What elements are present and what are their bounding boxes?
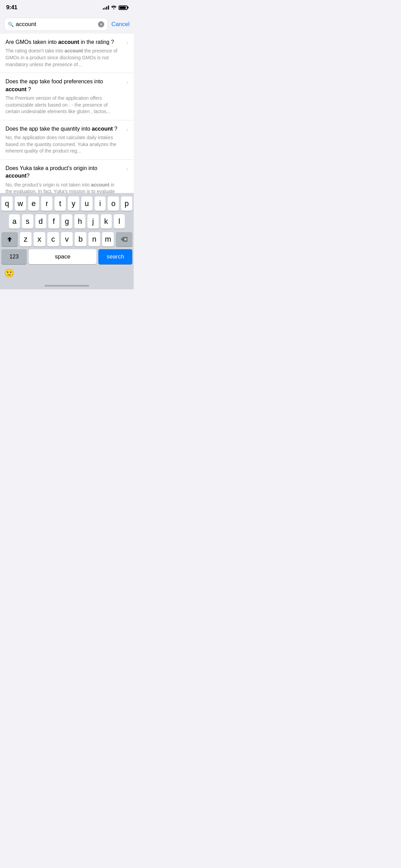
key-j[interactable]: j bbox=[87, 214, 98, 229]
key-r[interactable]: r bbox=[41, 196, 52, 211]
key-w[interactable]: w bbox=[15, 196, 26, 211]
result-content-2: Does the app take food preferences into … bbox=[5, 78, 126, 115]
result-item-3[interactable]: Does the app take the quantity into acco… bbox=[0, 120, 134, 160]
key-b[interactable]: b bbox=[75, 232, 86, 246]
battery-icon bbox=[119, 5, 127, 10]
key-q[interactable]: q bbox=[1, 196, 13, 211]
key-m[interactable]: m bbox=[102, 232, 114, 246]
key-f[interactable]: f bbox=[48, 214, 59, 229]
key-v[interactable]: v bbox=[61, 232, 73, 246]
search-clear-button[interactable]: ✕ bbox=[98, 21, 104, 27]
search-input-wrapper[interactable]: 🔍 ✕ bbox=[4, 18, 108, 31]
key-l[interactable]: l bbox=[114, 214, 125, 229]
keyboard-emoji-row: 🙂 bbox=[0, 267, 134, 285]
emoji-button[interactable]: 🙂 bbox=[4, 268, 14, 278]
wifi-icon bbox=[111, 5, 117, 10]
search-glass-icon: 🔍 bbox=[8, 22, 14, 27]
key-z[interactable]: z bbox=[20, 232, 32, 246]
keyboard-bottom-row: 123 space search bbox=[0, 248, 134, 267]
key-space[interactable]: space bbox=[29, 249, 96, 264]
result-title-1: Are GMOs taken into account in the ratin… bbox=[5, 38, 120, 46]
key-t[interactable]: t bbox=[54, 196, 66, 211]
key-search[interactable]: search bbox=[98, 249, 132, 264]
key-p[interactable]: p bbox=[121, 196, 132, 211]
key-g[interactable]: g bbox=[61, 214, 72, 229]
result-excerpt-2: The Premium version of the application o… bbox=[5, 95, 120, 115]
signal-icon bbox=[103, 5, 109, 10]
result-item-1[interactable]: Are GMOs taken into account in the ratin… bbox=[0, 34, 134, 73]
key-e[interactable]: e bbox=[28, 196, 39, 211]
chevron-icon-4: › bbox=[126, 166, 128, 172]
chevron-icon-1: › bbox=[126, 40, 128, 46]
result-excerpt-1: The rating doesn't take into account the… bbox=[5, 48, 120, 68]
chevron-icon-3: › bbox=[126, 126, 128, 133]
status-time: 9:41 bbox=[6, 4, 17, 11]
key-k[interactable]: k bbox=[101, 214, 112, 229]
status-bar: 9:41 bbox=[0, 0, 134, 15]
key-c[interactable]: c bbox=[47, 232, 59, 246]
key-s[interactable]: s bbox=[22, 214, 33, 229]
cancel-button[interactable]: Cancel bbox=[111, 21, 130, 28]
chevron-icon-2: › bbox=[126, 79, 128, 85]
result-excerpt-3: No, the application does not calculate d… bbox=[5, 134, 120, 155]
search-bar-container: 🔍 ✕ Cancel bbox=[0, 15, 134, 34]
key-a[interactable]: a bbox=[9, 214, 20, 229]
key-u[interactable]: u bbox=[81, 196, 93, 211]
keyboard-row-3: z x c v b n m bbox=[1, 232, 132, 246]
search-input[interactable] bbox=[16, 21, 96, 28]
status-icons bbox=[103, 5, 127, 10]
key-x[interactable]: x bbox=[34, 232, 45, 246]
keyboard-row-1: q w e r t y u i o p bbox=[1, 196, 132, 211]
key-o[interactable]: o bbox=[108, 196, 119, 211]
key-y[interactable]: y bbox=[68, 196, 79, 211]
key-numbers[interactable]: 123 bbox=[1, 249, 27, 264]
shift-key[interactable] bbox=[1, 232, 18, 246]
result-title-2: Does the app take food preferences into … bbox=[5, 78, 120, 93]
result-title-3: Does the app take the quantity into acco… bbox=[5, 125, 120, 133]
key-h[interactable]: h bbox=[74, 214, 85, 229]
result-content-1: Are GMOs taken into account in the ratin… bbox=[5, 38, 126, 68]
result-title-4: Does Yuka take a product's origin into a… bbox=[5, 165, 120, 180]
key-i[interactable]: i bbox=[95, 196, 106, 211]
keyboard-row-2: a s d f g h j k l bbox=[1, 214, 132, 229]
result-item-2[interactable]: Does the app take food preferences into … bbox=[0, 73, 134, 120]
keyboard-rows: q w e r t y u i o p a s d f g h j bbox=[0, 193, 134, 248]
backspace-key[interactable] bbox=[116, 232, 132, 246]
home-indicator bbox=[45, 285, 89, 287]
key-n[interactable]: n bbox=[88, 232, 100, 246]
key-d[interactable]: d bbox=[35, 214, 46, 229]
result-content-3: Does the app take the quantity into acco… bbox=[5, 125, 126, 155]
keyboard: q w e r t y u i o p a s d f g h j bbox=[0, 193, 134, 289]
